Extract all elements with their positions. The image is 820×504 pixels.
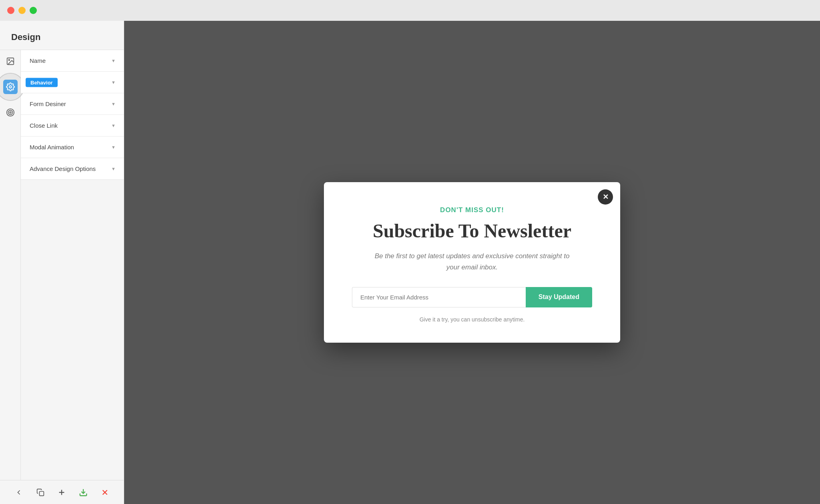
menu-item-form-designer[interactable]: Form Desiner ▾ xyxy=(21,93,124,115)
icon-rail xyxy=(0,50,21,480)
submit-button[interactable]: Stay Updated xyxy=(526,287,592,307)
back-button[interactable] xyxy=(12,485,26,500)
delete-button[interactable] xyxy=(98,485,112,500)
titlebar xyxy=(0,0,820,21)
svg-point-2 xyxy=(9,86,12,88)
menu-item-close-link[interactable]: Close Link ▾ xyxy=(21,115,124,137)
close-traffic-light[interactable] xyxy=(7,7,14,14)
image-icon-btn[interactable] xyxy=(3,54,18,68)
copy-button[interactable] xyxy=(33,485,48,500)
modal-subtitle: Be the first to get latest updates and e… xyxy=(368,251,576,272)
chevron-icon: ▾ xyxy=(112,101,115,107)
menu-list: Name ▾ Behavior Behavior ▾ Form Desiner … xyxy=(21,50,124,480)
gear-icon-btn[interactable] xyxy=(3,80,18,94)
email-input[interactable] xyxy=(352,287,526,307)
modal-backdrop: ✕ DON'T MISS OUT! Subscribe To Newslette… xyxy=(124,21,820,504)
menu-item-behavior[interactable]: Behavior Behavior ▾ xyxy=(21,72,124,93)
main-layout: Design xyxy=(0,21,820,504)
modal-title: Subscribe To Newsletter xyxy=(352,220,592,242)
bottom-toolbar xyxy=(0,480,124,504)
target-icon-btn[interactable] xyxy=(3,105,18,120)
minimize-traffic-light[interactable] xyxy=(18,7,26,14)
chevron-icon: ▾ xyxy=(112,79,124,85)
modal-form: Stay Updated xyxy=(352,287,592,307)
download-button[interactable] xyxy=(76,485,90,500)
menu-item-advance-design-options[interactable]: Advance Design Options ▾ xyxy=(21,158,124,180)
maximize-traffic-light[interactable] xyxy=(30,7,37,14)
modal-tagline: DON'T MISS OUT! xyxy=(352,206,592,214)
sidebar: Design xyxy=(0,21,124,504)
menu-item-modal-animation[interactable]: Modal Animation ▾ xyxy=(21,137,124,158)
svg-point-5 xyxy=(10,112,11,113)
sidebar-title: Design xyxy=(0,21,124,50)
svg-point-4 xyxy=(8,110,12,115)
chevron-icon: ▾ xyxy=(112,122,115,129)
chevron-icon: ▾ xyxy=(112,144,115,150)
modal-close-button[interactable]: ✕ xyxy=(598,189,613,205)
svg-rect-6 xyxy=(39,491,44,496)
chevron-icon: ▾ xyxy=(112,166,115,172)
newsletter-modal: ✕ DON'T MISS OUT! Subscribe To Newslette… xyxy=(324,182,620,343)
sidebar-content: Name ▾ Behavior Behavior ▾ Form Desiner … xyxy=(0,50,124,480)
preview-area: ✕ DON'T MISS OUT! Subscribe To Newslette… xyxy=(124,21,820,504)
svg-point-1 xyxy=(8,59,10,60)
menu-item-name[interactable]: Name ▾ xyxy=(21,50,124,72)
modal-footer-text: Give it a try, you can unsubscribe anyti… xyxy=(352,316,592,323)
add-button[interactable] xyxy=(54,485,69,500)
chevron-icon: ▾ xyxy=(112,58,115,64)
